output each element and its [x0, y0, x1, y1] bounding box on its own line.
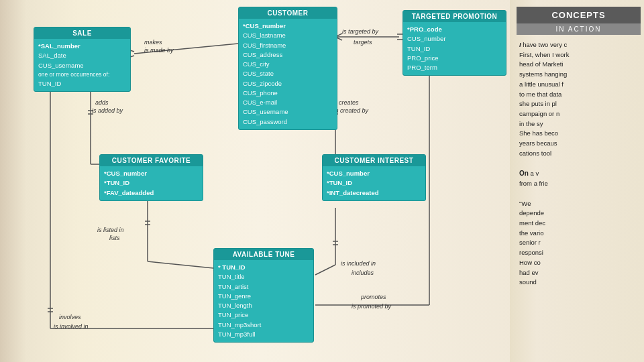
at-field-2: TUN_artist	[218, 282, 309, 292]
targeted-promotion-body: *PRO_code CUS_number TUN_ID PRO_price PR…	[403, 22, 506, 75]
cus-field-4: CUS_city	[243, 60, 333, 69]
rel-is-promoted-by: is promoted by	[352, 303, 391, 310]
rel-creates: creates	[339, 99, 359, 106]
customer-body: *CUS_number CUS_lastname CUS_firstname C…	[239, 19, 337, 129]
customer-interest-entity: CUSTOMER INTEREST *CUS_number *TUN_ID *I…	[322, 154, 426, 201]
tp-field-3: PRO_price	[407, 54, 502, 63]
tp-field-0: *PRO_code	[407, 25, 502, 34]
at-field-7: TUN_mp3full	[218, 330, 309, 339]
concepts-subheader: IN ACTION	[517, 23, 641, 35]
rel-targets: targets	[354, 39, 372, 46]
cf-field-2: *FAV_dateadded	[104, 188, 199, 198]
cus-field-2: CUS_firstname	[243, 41, 333, 50]
sale-field-0: *SAL_number	[38, 42, 126, 51]
customer-header: CUSTOMER	[239, 7, 337, 19]
tp-field-1: CUS_number	[407, 34, 502, 44]
targeted-promotion-header: TARGETED PROMOTION	[403, 11, 506, 22]
on-label: On	[519, 170, 529, 177]
cus-field-9: CUS_username	[243, 107, 333, 117]
rel-is-listed-in: is listed in	[97, 227, 124, 233]
customer-favorite-body: *CUS_number *TUN_ID *FAV_dateadded	[100, 166, 203, 200]
cus-field-8: CUS_e-mail	[243, 98, 333, 107]
cf-field-1: *TUN_ID	[104, 178, 199, 188]
cus-field-3: CUS_address	[243, 50, 333, 60]
customer-favorite-entity: CUSTOMER FAVORITE *CUS_number *TUN_ID *F…	[99, 154, 203, 201]
rel-is-included-in: is included in	[341, 260, 376, 267]
sale-field-1: SAL_date	[38, 51, 126, 60]
at-field-4: TUN_length	[218, 301, 309, 310]
sale-entity: SALE *SAL_number SAL_date CUS_username o…	[34, 27, 131, 92]
at-field-6: TUN_mp3short	[218, 320, 309, 330]
rel-is-added-by: is added by	[92, 107, 123, 114]
customer-interest-header: CUSTOMER INTEREST	[323, 155, 425, 166]
cus-field-0: *CUS_number	[243, 21, 333, 31]
cus-field-5: CUS_state	[243, 69, 333, 78]
customer-favorite-header: CUSTOMER FAVORITE	[100, 155, 203, 166]
tp-field-4: PRO_term	[407, 63, 502, 72]
available-tune-entity: AVAILABLE TUNE * TUN_ID TUN_title TUN_ar…	[213, 248, 314, 343]
ci-field-0: *CUS_number	[327, 169, 421, 178]
tp-field-2: TUN_ID	[407, 44, 502, 54]
concepts-em: I	[519, 41, 521, 48]
sale-body: *SAL_number SAL_date CUS_username one or…	[34, 39, 130, 91]
rel-includes: includes	[352, 269, 374, 276]
rel-involves: involves	[59, 314, 81, 320]
available-tune-header: AVAILABLE TUNE	[214, 249, 313, 260]
ci-field-1: *TUN_ID	[327, 178, 421, 188]
sale-field-4: TUN_ID	[38, 79, 126, 88]
rel-makes: makes	[144, 39, 162, 46]
concepts-header: CONCEPTS	[517, 7, 641, 23]
at-field-5: TUN_price	[218, 310, 309, 320]
cus-field-7: CUS_phone	[243, 88, 333, 98]
sale-field-2: CUS_username	[38, 61, 126, 70]
cus-field-10: CUS_password	[243, 117, 333, 127]
cus-field-6: CUS_zipcode	[243, 79, 333, 88]
targeted-promotion-entity: TARGETED PROMOTION *PRO_code CUS_number …	[402, 10, 506, 76]
customer-entity: CUSTOMER *CUS_number CUS_lastname CUS_fi…	[238, 7, 337, 130]
available-tune-body: * TUN_ID TUN_title TUN_artist TUN_genre …	[214, 260, 313, 342]
cf-field-0: *CUS_number	[104, 169, 199, 178]
concepts-panel: CONCEPTS IN ACTION I have two very c Fir…	[517, 7, 641, 289]
at-field-0: * TUN_ID	[218, 263, 309, 272]
rel-lists: lists	[109, 235, 120, 241]
at-field-3: TUN_genre	[218, 292, 309, 301]
rel-adds: adds	[95, 99, 109, 106]
cus-field-1: CUS_lastname	[243, 31, 333, 40]
concepts-text: I have two very c First, when I work hea…	[517, 39, 641, 289]
sale-header: SALE	[34, 27, 130, 39]
rel-promotes: promotes	[361, 294, 386, 300]
rel-is-targeted-by: is targeted by	[342, 28, 378, 35]
rel-is-involved-in: is involved in	[54, 323, 89, 330]
at-field-1: TUN_title	[218, 272, 309, 282]
rel-is-made-by: is made by	[144, 47, 174, 54]
customer-interest-body: *CUS_number *TUN_ID *INT_datecreated	[323, 166, 425, 200]
sale-field-3: one or more occurrences of:	[38, 70, 126, 79]
rel-is-created-by: is created by	[334, 107, 368, 114]
ci-field-2: *INT_datecreated	[327, 188, 421, 198]
